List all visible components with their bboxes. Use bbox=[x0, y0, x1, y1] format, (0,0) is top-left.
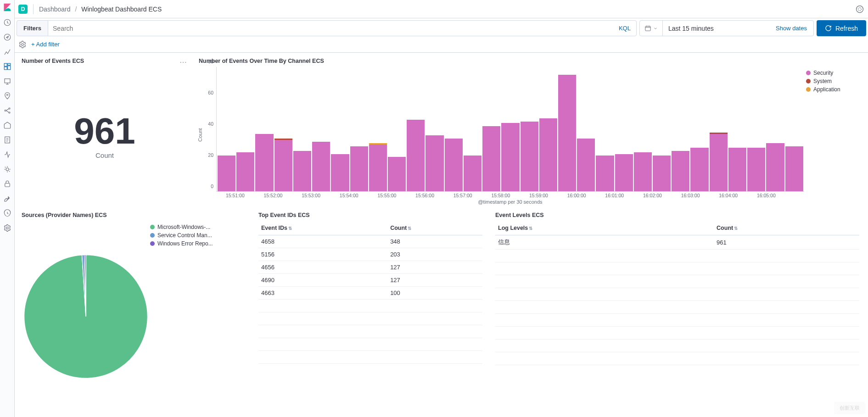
panel-title: Top Event IDs ECS bbox=[258, 212, 484, 218]
svg-point-14 bbox=[6, 227, 8, 229]
bar[interactable] bbox=[690, 148, 708, 191]
col-event-ids[interactable]: Event IDs⇅ bbox=[258, 221, 387, 235]
management-icon[interactable] bbox=[3, 224, 11, 232]
bar[interactable] bbox=[445, 139, 463, 191]
siem-icon[interactable] bbox=[3, 180, 11, 188]
bar[interactable] bbox=[634, 152, 652, 191]
table-row[interactable]: 信息961 bbox=[495, 235, 859, 250]
ml-icon[interactable] bbox=[3, 106, 11, 115]
kibana-logo-icon[interactable] bbox=[3, 3, 12, 12]
legend-item[interactable]: Service Control Man... bbox=[150, 232, 213, 239]
refresh-button[interactable]: Refresh bbox=[817, 20, 866, 36]
filter-settings-icon[interactable] bbox=[18, 40, 27, 49]
discover-icon[interactable] bbox=[3, 33, 11, 41]
legend-item[interactable]: Windows Error Repo... bbox=[150, 240, 213, 247]
col-count[interactable]: Count⇅ bbox=[714, 221, 859, 235]
table-row[interactable]: 4656127 bbox=[258, 261, 482, 274]
bar[interactable] bbox=[482, 126, 500, 191]
bar[interactable] bbox=[255, 134, 273, 191]
bar[interactable] bbox=[312, 142, 330, 191]
table-row bbox=[495, 275, 859, 288]
bar[interactable] bbox=[407, 120, 425, 191]
svg-point-18 bbox=[22, 43, 24, 45]
col-count[interactable]: Count⇅ bbox=[387, 221, 482, 235]
bar[interactable] bbox=[577, 139, 595, 191]
bar[interactable] bbox=[747, 148, 765, 191]
maps-icon[interactable] bbox=[3, 92, 11, 100]
logs-icon[interactable] bbox=[3, 136, 11, 144]
panel-menu-icon[interactable]: ⋯ bbox=[179, 58, 188, 67]
table-row[interactable]: 5156203 bbox=[258, 248, 482, 261]
dashboard-icon[interactable] bbox=[3, 62, 11, 71]
bar[interactable] bbox=[710, 134, 728, 191]
bar[interactable] bbox=[350, 146, 368, 191]
infra-icon[interactable] bbox=[3, 121, 11, 129]
breadcrumb-root[interactable]: Dashboard bbox=[39, 6, 71, 13]
help-icon[interactable] bbox=[855, 5, 864, 14]
search-input[interactable] bbox=[48, 25, 613, 32]
uptime-icon[interactable] bbox=[3, 165, 11, 173]
table-row bbox=[495, 250, 859, 262]
table-row[interactable]: 4663100 bbox=[258, 287, 482, 300]
bar[interactable] bbox=[426, 135, 443, 191]
bar[interactable] bbox=[369, 145, 387, 191]
kql-toggle[interactable]: KQL bbox=[613, 25, 636, 32]
bar[interactable] bbox=[672, 151, 689, 191]
bar[interactable] bbox=[728, 148, 746, 191]
search-input-wrap: KQL bbox=[48, 20, 637, 36]
table-row[interactable]: 4658348 bbox=[258, 235, 482, 248]
space-badge[interactable]: D bbox=[18, 5, 28, 14]
bar[interactable] bbox=[236, 152, 254, 191]
legend-item[interactable]: Application bbox=[806, 86, 861, 93]
refresh-label: Refresh bbox=[835, 25, 858, 32]
add-filter-button[interactable]: + Add filter bbox=[31, 41, 60, 48]
col-log-levels[interactable]: Log Levels⇅ bbox=[495, 221, 714, 235]
show-dates-link[interactable]: Show dates bbox=[769, 25, 813, 32]
left-nav bbox=[0, 0, 15, 417]
time-range-display[interactable]: Last 15 minutes bbox=[663, 25, 769, 32]
bar[interactable] bbox=[331, 154, 349, 191]
bar[interactable] bbox=[539, 118, 557, 191]
bar[interactable] bbox=[615, 154, 633, 191]
apm-icon[interactable] bbox=[3, 150, 11, 159]
visualize-icon[interactable] bbox=[3, 48, 11, 56]
bar[interactable] bbox=[766, 143, 784, 191]
bar[interactable] bbox=[558, 75, 576, 191]
panel-title: Event Levels ECS bbox=[495, 212, 861, 218]
canvas-icon[interactable] bbox=[3, 77, 11, 85]
table-row[interactable]: 4690127 bbox=[258, 274, 482, 287]
calendar-button[interactable] bbox=[640, 21, 663, 36]
bar[interactable] bbox=[218, 156, 235, 191]
bar[interactable] bbox=[521, 122, 538, 191]
devtools-icon[interactable] bbox=[3, 195, 11, 203]
legend-item[interactable]: Microsoft-Windows-... bbox=[150, 224, 213, 230]
svg-point-8 bbox=[5, 110, 6, 111]
topbar: D Dashboard / Winlogbeat Dashboard ECS bbox=[15, 0, 868, 18]
table-row bbox=[258, 351, 482, 364]
bar[interactable] bbox=[596, 156, 614, 191]
bar-chart[interactable]: Count 020406080 15:51:0015:52:0015:53:00… bbox=[203, 67, 806, 203]
svg-rect-4 bbox=[7, 66, 10, 70]
bar[interactable] bbox=[274, 140, 292, 191]
legend-item[interactable]: Security bbox=[806, 70, 861, 76]
svg-rect-3 bbox=[7, 63, 10, 65]
monitoring-icon[interactable] bbox=[3, 209, 11, 217]
svg-point-10 bbox=[9, 112, 10, 113]
watermark: 创新互联 bbox=[834, 402, 865, 414]
table-row bbox=[258, 338, 482, 351]
bar[interactable] bbox=[464, 156, 482, 191]
bar[interactable] bbox=[388, 157, 406, 191]
bar[interactable] bbox=[785, 146, 803, 191]
legend-item[interactable]: System bbox=[806, 78, 861, 84]
filter-row: + Add filter bbox=[15, 36, 868, 53]
breadcrumb-separator: / bbox=[75, 6, 77, 13]
svg-rect-13 bbox=[5, 183, 10, 187]
pie-chart[interactable] bbox=[22, 252, 150, 381]
bar[interactable] bbox=[653, 156, 671, 191]
date-picker: Last 15 minutes Show dates bbox=[639, 20, 814, 36]
bar[interactable] bbox=[293, 151, 311, 191]
recent-icon[interactable] bbox=[3, 18, 11, 27]
filters-button[interactable]: Filters bbox=[17, 20, 48, 36]
bar[interactable] bbox=[501, 123, 519, 191]
panel-title: Number of Events Over Time By Channel EC… bbox=[199, 58, 861, 64]
